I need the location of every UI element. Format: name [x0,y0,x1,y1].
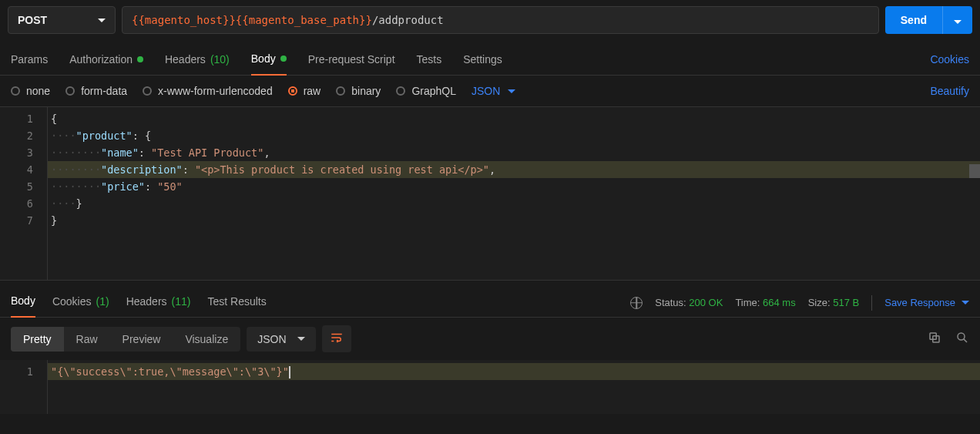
send-button-label: Send [885,6,942,34]
response-view-group: Pretty Raw Preview Visualize [11,327,240,352]
send-button[interactable]: Send [885,6,972,34]
response-body-editor[interactable]: 1 "{\"success\":true,\"message\":\"3\"}" [0,360,980,414]
search-icon [955,331,969,345]
tab-tests[interactable]: Tests [417,47,442,75]
chevron-down-icon [297,337,305,341]
response-format-dropdown[interactable]: JSON [247,327,315,352]
copy-icon [928,331,941,345]
beautify-link[interactable]: Beautify [930,85,969,97]
tab-headers[interactable]: Headers (10) [165,47,230,75]
response-tab-cookies[interactable]: Cookies (1) [52,289,109,317]
scrollbar-thumb[interactable] [969,164,980,178]
response-tabs-row: Body Cookies (1) Headers (11) Test Resul… [0,280,980,318]
body-type-binary[interactable]: binary [336,85,381,97]
http-method-dropdown[interactable]: POST [8,6,116,34]
globe-icon[interactable] [630,297,643,309]
body-type-graphql[interactable]: GraphQL [396,85,456,97]
url-path-part: /addproduct [372,14,444,26]
status-dot-icon [137,56,143,62]
request-tabs: Params Authorization Headers (10) Body P… [0,40,980,76]
tab-settings[interactable]: Settings [463,47,502,75]
response-tab-body[interactable]: Body [11,288,35,318]
response-tab-test-results[interactable]: Test Results [207,289,266,317]
view-preview[interactable]: Preview [110,327,173,352]
copy-button[interactable] [928,331,941,347]
http-method-label: POST [18,14,47,26]
separator [871,295,872,311]
svg-line-3 [964,339,967,342]
line-gutter: 1 [0,360,48,414]
radio-icon [288,86,297,96]
chevron-down-icon [962,301,969,304]
raw-format-dropdown[interactable]: JSON [472,85,515,97]
line-gutter: 1 2 3 4 5 6 7 [0,107,48,280]
response-toolbar: Pretty Raw Preview Visualize JSON [0,318,980,360]
cookies-link[interactable]: Cookies [930,47,969,75]
time-field: Time: 664 ms [735,297,795,308]
radio-icon [11,86,20,96]
request-url-input[interactable]: {{magento_host}}{{magento_base_path}}/ad… [122,6,879,34]
size-field: Size: 517 B [808,297,860,308]
body-type-raw[interactable]: raw [288,85,321,97]
tab-body[interactable]: Body [251,46,287,76]
chevron-down-icon [98,19,106,22]
view-visualize[interactable]: Visualize [173,327,240,352]
wrap-icon [330,331,344,345]
url-variable-part: {{magento_host}}{{magento_base_path}} [132,14,372,26]
radio-icon [65,86,75,96]
code-area[interactable]: "{\"success\":true,\"message\":\"3\"}" [48,360,980,414]
search-button[interactable] [955,331,969,347]
body-type-selector: none form-data x-www-form-urlencoded raw… [0,76,980,107]
code-area[interactable]: { ····"product": { ········"name": "Test… [48,107,980,280]
tab-params[interactable]: Params [11,47,48,75]
request-body-editor[interactable]: 1 2 3 4 5 6 7 { ····"product": { ·······… [0,107,980,280]
view-raw[interactable]: Raw [64,327,110,352]
status-dot-icon [280,56,287,62]
svg-point-2 [958,333,965,340]
tab-pre-request-script[interactable]: Pre-request Script [308,47,395,75]
radio-icon [143,86,152,96]
body-type-form-data[interactable]: form-data [65,85,127,97]
response-tab-headers[interactable]: Headers (11) [126,289,191,317]
send-dropdown[interactable] [942,6,972,34]
view-pretty[interactable]: Pretty [11,327,64,352]
body-type-none[interactable]: none [11,85,50,97]
chevron-down-icon [508,89,515,93]
tab-authorization[interactable]: Authorization [69,47,143,75]
body-type-urlencoded[interactable]: x-www-form-urlencoded [143,85,273,97]
chevron-down-icon [954,20,962,24]
status-field: Status: 200 OK [655,297,723,308]
text-cursor [289,366,290,378]
wrap-lines-button[interactable] [322,325,351,352]
save-response-button[interactable]: Save Response [884,297,969,308]
radio-icon [396,86,405,96]
radio-icon [336,86,345,96]
